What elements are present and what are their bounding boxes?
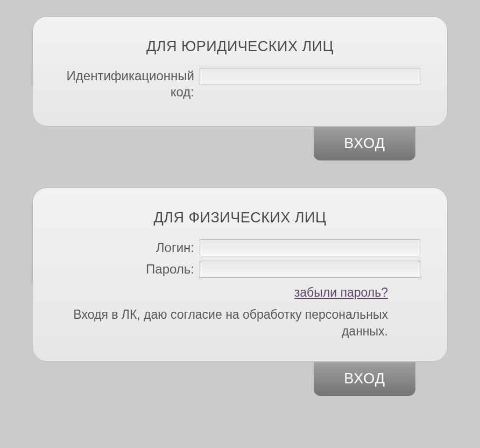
id-code-input[interactable] <box>200 68 420 85</box>
legal-login-button[interactable]: ВХОД <box>314 127 415 160</box>
id-code-row: Идентификационный код: <box>60 68 420 100</box>
legal-entity-panel: ДЛЯ ЮРИДИЧЕСКИХ ЛИЦ Идентификационный ко… <box>32 16 448 127</box>
login-row: Логин: <box>60 239 420 256</box>
individual-title: ДЛЯ ФИЗИЧЕСКИХ ЛИЦ <box>60 209 420 226</box>
id-code-label: Идентификационный код: <box>60 68 200 100</box>
consent-text: Входя в ЛК, даю согласие на обработку пе… <box>60 306 420 340</box>
legal-title: ДЛЯ ЮРИДИЧЕСКИХ ЛИЦ <box>60 38 420 55</box>
legal-button-wrap: ВХОД <box>32 127 448 160</box>
individual-panel: ДЛЯ ФИЗИЧЕСКИХ ЛИЦ Логин: Пароль: забыли… <box>32 187 448 362</box>
password-row: Пароль: <box>60 261 420 278</box>
forgot-row: забыли пароль? <box>60 285 420 300</box>
individual-login-button[interactable]: ВХОД <box>314 362 415 396</box>
individual-button-wrap: ВХОД <box>32 362 448 396</box>
forgot-password-link[interactable]: забыли пароль? <box>294 285 388 299</box>
password-input[interactable] <box>200 261 420 278</box>
login-label: Логин: <box>60 239 200 256</box>
login-input[interactable] <box>200 239 420 256</box>
password-label: Пароль: <box>60 261 200 278</box>
